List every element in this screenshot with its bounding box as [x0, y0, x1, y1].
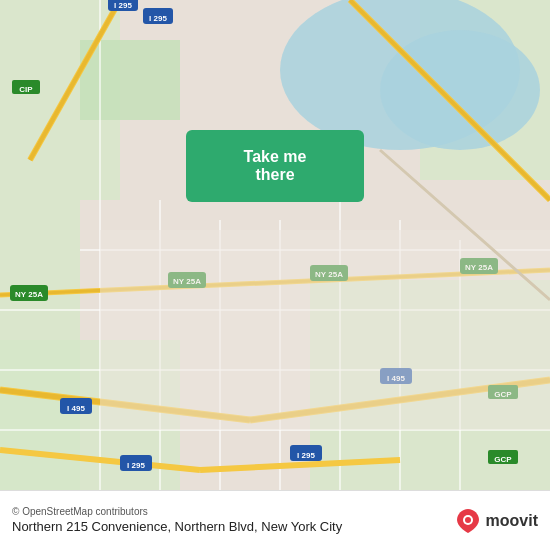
- svg-point-61: [465, 517, 471, 523]
- moovit-logo: moovit: [454, 507, 538, 535]
- map-container: I 295 I 495 I 495 I 295 I 295 NY 25A NY …: [0, 0, 550, 490]
- svg-text:I 295: I 295: [127, 461, 145, 470]
- svg-text:I 295: I 295: [114, 1, 132, 10]
- map-attribution: © OpenStreetMap contributors: [12, 506, 342, 517]
- svg-rect-58: [100, 230, 550, 430]
- moovit-label: moovit: [486, 512, 538, 530]
- footer-left: © OpenStreetMap contributors Northern 21…: [12, 506, 342, 536]
- svg-text:I 495: I 495: [67, 404, 85, 413]
- location-text: Northern 215 Convenience, Northern Blvd,…: [12, 519, 342, 536]
- svg-text:I 295: I 295: [149, 14, 167, 23]
- svg-text:GCP: GCP: [494, 455, 512, 464]
- svg-text:NY 25A: NY 25A: [15, 290, 43, 299]
- svg-text:I 295: I 295: [297, 451, 315, 460]
- svg-rect-6: [80, 40, 180, 120]
- svg-point-8: [380, 30, 540, 150]
- moovit-pin-icon: [454, 507, 482, 535]
- take-me-there-button[interactable]: Take me there: [186, 130, 364, 202]
- svg-text:CIP: CIP: [19, 85, 33, 94]
- footer: © OpenStreetMap contributors Northern 21…: [0, 490, 550, 550]
